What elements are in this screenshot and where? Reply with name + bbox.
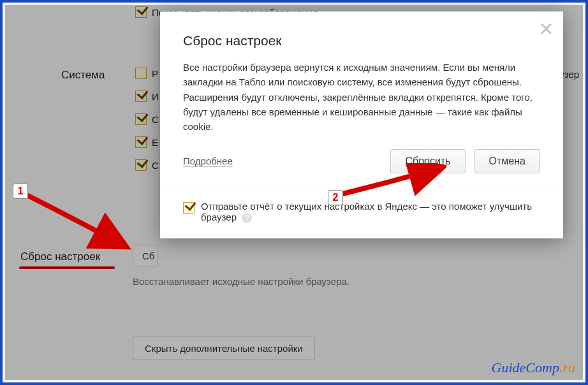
send-report-label: Отправьте отчёт о текущих настройках в Я… xyxy=(201,201,540,223)
send-report-checkbox[interactable] xyxy=(183,202,195,214)
modal-title: Сброс настроек xyxy=(183,33,540,48)
annotated-screenshot: Показывать иконку доскосбережения Систем… xyxy=(0,0,588,385)
annotation-marker-2: 2 xyxy=(328,190,343,205)
cancel-button[interactable]: Отмена xyxy=(474,149,540,173)
reset-confirm-modal: Сброс настроек Все настройки браузера ве… xyxy=(160,11,563,238)
learn-more-link[interactable]: Подробнее xyxy=(183,156,233,167)
watermark-part1: GuideComp xyxy=(492,360,559,375)
link-label: Подробнее xyxy=(183,156,233,166)
annotation-arrow-2 xyxy=(332,163,446,201)
help-icon[interactable]: ? xyxy=(242,213,252,223)
button-label: Отмена xyxy=(489,156,526,166)
close-icon[interactable] xyxy=(539,22,553,36)
modal-body-text: Все настройки браузера вернутся к исходн… xyxy=(183,60,540,134)
annotation-arrow-1 xyxy=(20,189,135,252)
annotation-marker-1: 1 xyxy=(13,184,28,199)
watermark: GuideComp.ru xyxy=(492,360,575,376)
watermark-part2: .ru xyxy=(559,360,575,375)
